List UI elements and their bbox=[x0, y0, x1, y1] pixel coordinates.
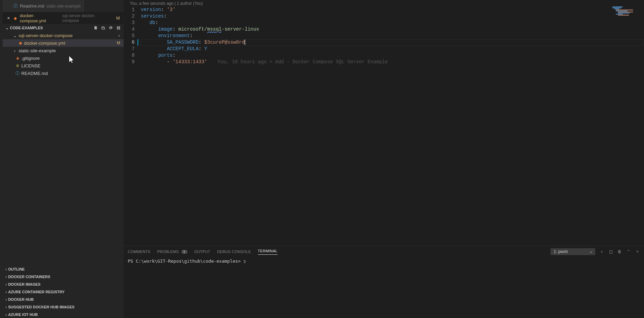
modified-badge: M bbox=[113, 15, 120, 21]
chevron-right-icon: › bbox=[5, 275, 7, 279]
tree-label: docker-compose.yml bbox=[24, 41, 65, 46]
tab-comments[interactable]: COMMENTS bbox=[128, 250, 150, 254]
chevron-right-icon: › bbox=[5, 267, 7, 271]
tab-desc: static-site-example bbox=[46, 4, 81, 9]
new-terminal-icon[interactable]: ＋ bbox=[599, 249, 604, 254]
tree-file-readme[interactable]: ⓘ README.md bbox=[3, 69, 124, 77]
tree-label: .gitignore bbox=[21, 56, 39, 61]
terminal-prompt: PS C:\work\GIT-Repos\github\code-example… bbox=[128, 259, 244, 264]
open-editors-tabs-row2: × ◆ docker-compose.yml sql-server-docker… bbox=[3, 12, 124, 24]
chevron-right-icon: › bbox=[5, 290, 7, 294]
explorer-actions: 🗎 🗀 ⟳ ⊟ bbox=[93, 25, 121, 30]
terminal-body[interactable]: PS C:\work\GIT-Repos\github\code-example… bbox=[124, 257, 644, 318]
license-icon: 🄯 bbox=[15, 63, 20, 68]
tab-docker-compose[interactable]: × ◆ docker-compose.yml sql-server-docker… bbox=[3, 12, 124, 24]
tree-label: LICENSE bbox=[21, 63, 41, 68]
modified-badge: M bbox=[117, 41, 120, 45]
problems-count: 1 bbox=[181, 250, 188, 254]
tab-desc: sql-server-docker-compose bbox=[62, 13, 111, 23]
docker-icon: ◆ bbox=[13, 16, 18, 21]
kill-terminal-icon[interactable]: 🗑 bbox=[617, 249, 622, 254]
open-editors-tabs: ⓘ Readme.md static-site-example bbox=[3, 0, 124, 12]
chevron-right-icon: › bbox=[5, 312, 7, 317]
explorer-section-header[interactable]: ⌄ CODE-EXAMPLES 🗎 🗀 ⟳ ⊟ bbox=[3, 24, 124, 32]
terminal-cursor: ▯ bbox=[244, 259, 246, 264]
tree-folder-sql-server[interactable]: ⌄ sql-server-docker-compose ● bbox=[3, 32, 124, 39]
tree-label: README.md bbox=[21, 71, 48, 76]
terminal-select[interactable]: 1: pwsh bbox=[551, 248, 595, 255]
chevron-down-icon: ⌄ bbox=[5, 26, 9, 30]
docker-icon: ◆ bbox=[18, 41, 23, 45]
close-icon[interactable]: × bbox=[6, 15, 11, 21]
section-docker-images[interactable]: ›DOCKER IMAGES bbox=[3, 280, 124, 288]
sidebar: ⓘ Readme.md static-site-example × ◆ dock… bbox=[0, 0, 124, 318]
chevron-right-icon: › bbox=[12, 48, 17, 53]
code-content[interactable]: version: '3'services: db: image: microso… bbox=[141, 7, 644, 246]
chevron-right-icon: › bbox=[5, 297, 7, 301]
code-editor[interactable]: 123456789 version: '3'services: db: imag… bbox=[124, 7, 644, 246]
tree-folder-static-site[interactable]: › static-site-example bbox=[3, 47, 124, 54]
new-folder-icon[interactable]: 🗀 bbox=[101, 25, 106, 30]
chevron-down-icon: ⌄ bbox=[12, 33, 17, 38]
tree-file-docker-compose[interactable]: ◆ docker-compose.yml M bbox=[3, 39, 124, 47]
tab-problems[interactable]: PROBLEMS 1 bbox=[157, 250, 188, 254]
file-tree: ⌄ sql-server-docker-compose ● ◆ docker-c… bbox=[3, 32, 124, 77]
close-panel-icon[interactable]: × bbox=[635, 249, 640, 254]
folder-modified-dot: ● bbox=[118, 34, 120, 37]
section-title: CODE-EXAMPLES bbox=[10, 26, 43, 30]
tab-readme[interactable]: ⓘ Readme.md static-site-example bbox=[3, 0, 84, 12]
minimap[interactable] bbox=[612, 7, 640, 192]
refresh-icon[interactable]: ⟳ bbox=[109, 25, 113, 30]
collapse-all-icon[interactable]: ⊟ bbox=[116, 25, 121, 30]
editor-main: You, a few seconds ago | 1 author (You) … bbox=[124, 0, 644, 318]
bottom-panel: COMMENTS PROBLEMS 1 OUTPUT DEBUG CONSOLE… bbox=[124, 246, 644, 318]
tab-terminal[interactable]: TERMINAL bbox=[258, 249, 278, 255]
maximize-panel-icon[interactable]: ⌃ bbox=[626, 249, 631, 254]
split-terminal-icon[interactable]: ◫ bbox=[608, 249, 613, 254]
section-docker-hub[interactable]: ›DOCKER HUB bbox=[3, 295, 124, 303]
info-icon: ⓘ bbox=[13, 4, 18, 9]
new-file-icon[interactable]: 🗎 bbox=[93, 25, 98, 30]
tab-debug-console[interactable]: DEBUG CONSOLE bbox=[217, 250, 251, 254]
file-blame-annotation: You, a few seconds ago | 1 author (You) bbox=[124, 0, 644, 7]
tree-file-gitignore[interactable]: ◈ .gitignore bbox=[3, 54, 124, 62]
section-docker-containers[interactable]: ›DOCKER CONTAINERS bbox=[3, 273, 124, 280]
tree-label: sql-server-docker-compose bbox=[19, 33, 73, 38]
info-icon: ⓘ bbox=[15, 71, 20, 76]
tab-name: Readme.md bbox=[20, 3, 44, 9]
tree-label: static-site-example bbox=[19, 48, 56, 53]
tab-name: docker-compose.yml bbox=[20, 13, 60, 23]
section-azure-iot[interactable]: ›AZURE IOT HUB bbox=[3, 310, 124, 318]
section-outline[interactable]: ›OUTLINE bbox=[3, 265, 124, 273]
tree-file-license[interactable]: 🄯 LICENSE bbox=[3, 62, 124, 69]
section-suggested-hub[interactable]: ›SUGGESTED DOCKER HUB IMAGES bbox=[3, 303, 124, 310]
section-acr[interactable]: ›AZURE CONTAINER REGISTRY bbox=[3, 288, 124, 295]
git-icon: ◈ bbox=[15, 56, 20, 61]
collapsed-sections: ›OUTLINE ›DOCKER CONTAINERS ›DOCKER IMAG… bbox=[3, 265, 124, 318]
tab-output[interactable]: OUTPUT bbox=[194, 250, 210, 254]
chevron-right-icon: › bbox=[5, 282, 7, 286]
chevron-right-icon: › bbox=[5, 305, 7, 309]
panel-tabs: COMMENTS PROBLEMS 1 OUTPUT DEBUG CONSOLE… bbox=[124, 246, 644, 257]
